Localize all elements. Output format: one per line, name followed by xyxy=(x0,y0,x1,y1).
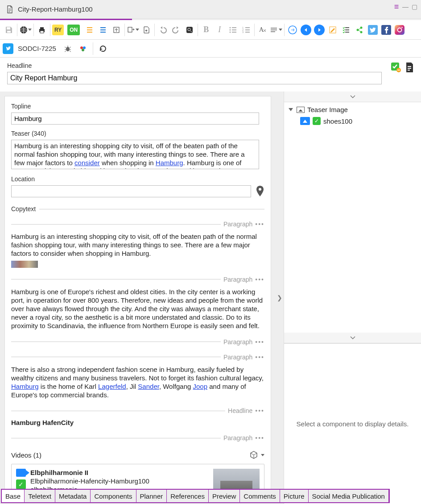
new-doc-button[interactable] xyxy=(140,24,153,36)
right-panel-collapse-top[interactable] xyxy=(284,92,421,102)
svg-rect-52 xyxy=(408,68,411,69)
svg-point-18 xyxy=(230,31,231,33)
svg-rect-5 xyxy=(40,31,44,33)
checklist-button[interactable] xyxy=(340,24,352,36)
svg-text:3: 3 xyxy=(242,31,244,33)
print-button[interactable] xyxy=(36,24,48,36)
window-title: City-Report-Hamburg100 xyxy=(18,5,93,13)
maximize-button[interactable]: ▢ xyxy=(411,4,417,10)
bottom-tabs: BaseTeletextMetadataComponentsPlannerRef… xyxy=(1,489,390,503)
tab-planner[interactable]: Planner xyxy=(136,490,167,502)
redo-button[interactable] xyxy=(170,24,182,36)
teaser-link-hamburg[interactable]: Hamburg xyxy=(156,159,183,167)
goto-button[interactable] xyxy=(286,24,299,36)
tab-preview[interactable]: Preview xyxy=(209,490,240,502)
paragraph-label: Paragraph xyxy=(223,354,252,361)
document-icon xyxy=(6,5,13,13)
splitter-handle[interactable]: ❯ xyxy=(276,92,284,504)
svg-rect-13 xyxy=(128,27,132,32)
edit-note-button[interactable] xyxy=(326,24,339,36)
link-hamburg[interactable]: Hamburg xyxy=(11,383,39,390)
location-label: Location xyxy=(11,175,264,183)
paragraph-label: Paragraph xyxy=(223,221,252,228)
bold-button[interactable]: B xyxy=(200,24,212,36)
refresh-button[interactable] xyxy=(97,42,109,55)
secondary-toolbar: SODCI-7225 xyxy=(0,40,421,58)
headline-label: Headline xyxy=(7,62,385,69)
export-doc-icon[interactable] xyxy=(405,62,414,73)
italic-button[interactable]: I xyxy=(213,24,226,36)
tree-node-teaser-image[interactable]: Teaser Image xyxy=(289,106,417,113)
link-lagerfeld[interactable]: Lagerfeld xyxy=(98,383,126,390)
tab-comments[interactable]: Comments xyxy=(240,490,280,502)
save-button[interactable] xyxy=(3,24,15,36)
tree-item-image[interactable]: ✓ shoes100 xyxy=(300,117,417,125)
globe-button[interactable] xyxy=(19,24,32,36)
link-joop[interactable]: Joop xyxy=(193,383,208,390)
numbered-list-button[interactable]: 123 xyxy=(240,24,252,36)
paragraph-menu-icon[interactable]: ••• xyxy=(255,407,264,414)
videos-component-menu[interactable] xyxy=(249,450,264,459)
paragraph-label: Paragraph xyxy=(223,276,252,283)
tab-metadata[interactable]: Metadata xyxy=(55,490,91,502)
inline-image-thumb[interactable] xyxy=(11,261,38,268)
list-orange-icon[interactable] xyxy=(83,24,96,36)
paragraph-menu-icon[interactable]: ••• xyxy=(255,354,264,361)
paragraph-2[interactable]: Hamburg is one of Europe's richest and o… xyxy=(11,287,264,330)
paragraph-menu-icon[interactable]: ••• xyxy=(255,221,264,228)
teaser-textarea[interactable]: Hamburg is an interesting shopping city … xyxy=(11,140,259,169)
image-group-icon xyxy=(297,107,305,113)
clear-format-button[interactable]: A xyxy=(256,24,269,36)
svg-rect-9 xyxy=(100,27,106,28)
right-panel-collapse-bottom[interactable] xyxy=(284,333,421,343)
paragraph-1[interactable]: Hamburg is an interesting shopping city … xyxy=(11,232,264,258)
tab-components[interactable]: Components xyxy=(91,490,136,502)
facebook-button[interactable] xyxy=(380,24,392,36)
paragraph-3[interactable]: There is also a strong independent fashi… xyxy=(11,365,264,400)
twitter-button[interactable] xyxy=(367,24,379,36)
tab-teletext[interactable]: Teletext xyxy=(25,490,55,502)
status-on-badge[interactable]: ON xyxy=(67,25,80,35)
nav-back-button[interactable] xyxy=(300,24,312,36)
tab-base[interactable]: Base xyxy=(2,490,25,502)
paragraph-menu-icon[interactable]: ••• xyxy=(255,276,264,283)
upload-icon[interactable] xyxy=(110,24,123,36)
svg-point-45 xyxy=(66,47,70,51)
svg-point-54 xyxy=(259,188,261,191)
svg-rect-0 xyxy=(7,27,10,29)
bullet-list-button[interactable] xyxy=(227,24,239,36)
copy-out-button[interactable] xyxy=(127,24,139,36)
paragraph-menu-icon[interactable]: ••• xyxy=(255,338,264,346)
topline-input[interactable] xyxy=(11,112,259,125)
subheadline[interactable]: Hamburg HafenCity xyxy=(11,419,264,426)
tab-references[interactable]: References xyxy=(167,490,209,502)
svg-rect-20 xyxy=(232,29,236,30)
list-blue-icon[interactable] xyxy=(97,24,109,36)
menu-icon[interactable]: ≡ xyxy=(393,4,400,10)
color-circles-icon[interactable] xyxy=(77,42,89,55)
link-sander[interactable]: Sander xyxy=(138,383,159,390)
nav-forward-button[interactable] xyxy=(313,24,326,36)
tab-social-media-publication[interactable]: Social Media Publication xyxy=(309,490,389,502)
video-title: Elbphilharmonie II xyxy=(30,469,209,476)
minimize-button[interactable]: — xyxy=(402,4,409,10)
svg-rect-36 xyxy=(345,32,349,33)
bug-icon[interactable] xyxy=(62,42,74,55)
headline-input[interactable] xyxy=(7,72,382,84)
share-button[interactable] xyxy=(353,24,366,36)
find-button[interactable] xyxy=(183,24,196,36)
svg-point-47 xyxy=(83,46,86,49)
location-input[interactable] xyxy=(11,185,251,197)
teaser-link-consider[interactable]: consider xyxy=(74,159,100,167)
svg-rect-34 xyxy=(345,27,349,28)
expand-triangle-icon[interactable] xyxy=(289,108,293,111)
validation-ok-icon[interactable] xyxy=(391,62,401,73)
paragraph-menu-icon[interactable]: ••• xyxy=(255,434,264,442)
paragraph-style-button[interactable] xyxy=(270,24,282,36)
undo-button[interactable] xyxy=(157,24,169,36)
teaser-label: Teaser (340) xyxy=(11,130,264,137)
status-ry-badge[interactable]: RY xyxy=(52,25,64,35)
location-pin-icon[interactable] xyxy=(256,186,264,197)
instagram-button[interactable] xyxy=(393,24,406,36)
tab-picture[interactable]: Picture xyxy=(280,490,309,502)
